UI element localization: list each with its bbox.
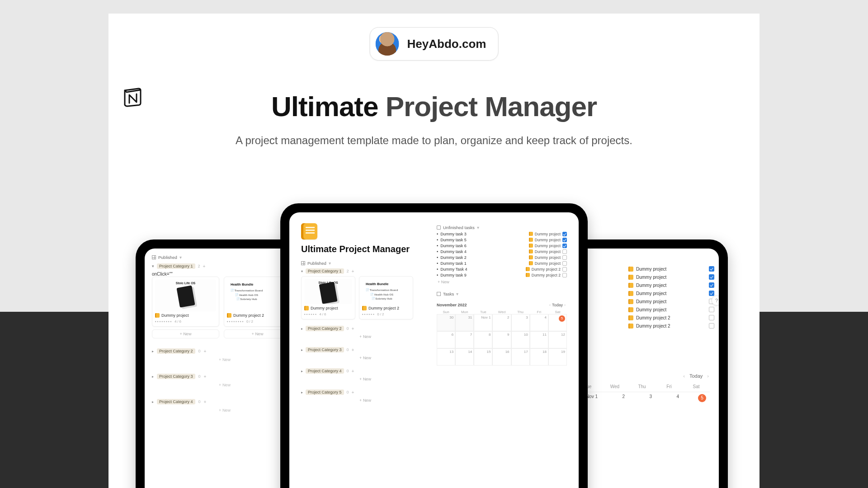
published-label: Published (307, 261, 326, 266)
add-icon[interactable]: + (352, 326, 354, 331)
task-row[interactable]: Dummy Task 4 Dummy project 2 (437, 266, 567, 272)
category-header[interactable]: ▸ Project Category 3 0 + (152, 374, 291, 379)
project-card[interactable]: Dummy project ▪▪▪▪▪▪ 4/6 (301, 276, 355, 319)
project-checkbox[interactable] (709, 307, 714, 312)
project-row[interactable]: Dummy project 2 (628, 314, 714, 322)
calendar-next[interactable]: › (563, 303, 567, 307)
category-header[interactable]: ▸ Project Category 3 0 + (301, 347, 423, 352)
calendar-cell[interactable]: 6 (437, 331, 455, 348)
project-checkbox[interactable] (709, 323, 714, 328)
calendar-cell[interactable]: Nov 1 (474, 314, 492, 331)
add-icon[interactable]: + (203, 264, 206, 269)
week-day-cell[interactable]: 2 (601, 392, 628, 416)
task-row[interactable]: Dummy task 9 Dummy project 2 (437, 272, 567, 278)
task-checkbox[interactable] (562, 244, 567, 248)
task-checkbox[interactable] (562, 255, 567, 260)
project-row[interactable]: Dummy project (628, 289, 714, 297)
new-task-button[interactable]: New (437, 278, 567, 286)
task-checkbox[interactable] (562, 232, 567, 236)
calendar-cell[interactable]: 11 (530, 331, 548, 348)
task-row[interactable]: Dummy task 5 Dummy project (437, 237, 567, 243)
project-checkbox[interactable] (709, 282, 714, 288)
task-checkbox[interactable] (562, 249, 567, 254)
task-row[interactable]: Dummy task 3 Dummy project (437, 231, 567, 237)
calendar-cell[interactable]: 17 (511, 348, 530, 366)
calendar-cell[interactable]: 18 (530, 348, 548, 366)
new-card-button[interactable]: New (152, 329, 219, 338)
calendar-cell[interactable]: 12 (548, 331, 567, 348)
add-icon[interactable]: + (352, 390, 354, 395)
calendar-cell[interactable]: 16 (492, 348, 511, 366)
calendar-cell[interactable]: 15 (474, 348, 492, 366)
project-row[interactable]: Dummy project (628, 281, 714, 289)
category-header[interactable]: ▸ Project Category 4 0 + (301, 368, 423, 374)
calendar-cell[interactable]: 10 (511, 331, 530, 348)
add-icon[interactable]: + (352, 369, 354, 374)
project-row[interactable]: Dummy project (628, 297, 714, 305)
calendar-prev[interactable]: ‹ (548, 303, 552, 307)
add-icon[interactable]: + (352, 347, 354, 352)
calendar-cell[interactable]: 8 (474, 331, 492, 348)
week-next[interactable]: › (707, 373, 709, 379)
published-view[interactable]: Published ▾ (301, 261, 423, 266)
new-card-button[interactable]: New (307, 354, 423, 362)
add-icon[interactable]: + (352, 269, 354, 274)
project-checkbox[interactable] (709, 315, 714, 320)
task-row[interactable]: Dummy task 4 Dummy project (437, 249, 567, 254)
week-day-cell[interactable]: 4 (656, 392, 683, 416)
notebook-icon (628, 275, 633, 280)
task-row[interactable]: Dummy task 6 Dummy project (437, 243, 567, 249)
category-header[interactable]: ▸ Project Category 2 0 + (301, 326, 423, 331)
week-day-cell[interactable]: 3 (628, 392, 656, 416)
help-button[interactable]: ? (712, 296, 719, 305)
project-row[interactable]: Dummy project 2 (628, 322, 714, 330)
project-row[interactable]: Dummy project (628, 265, 714, 273)
new-card-button[interactable]: New (307, 333, 423, 341)
task-checkbox[interactable] (562, 238, 567, 242)
project-checkbox[interactable] (709, 274, 714, 280)
calendar-cell[interactable]: 7 (455, 331, 474, 348)
calendar-cell[interactable]: 14 (455, 348, 474, 366)
tasks-calendar-view[interactable]: Tasks ▾ (437, 291, 567, 296)
profile-badge[interactable]: HeyAbdo.com (370, 27, 499, 61)
new-card-button[interactable]: New (158, 356, 291, 364)
calendar-cell[interactable]: 5 (548, 314, 567, 331)
project-row[interactable]: Dummy project (628, 273, 714, 281)
task-row[interactable]: Dummy task 1 Dummy project (437, 260, 567, 266)
task-checkbox[interactable] (562, 267, 567, 272)
calendar-cell[interactable]: 19 (548, 348, 567, 366)
published-view[interactable]: Published ▾ (152, 255, 291, 260)
unfinished-tasks-view[interactable]: Unfinished tasks ▾ (437, 225, 567, 230)
category-header[interactable]: ▸ Project Category 4 0 + (152, 399, 291, 404)
calendar-cell[interactable]: 30 (437, 314, 455, 331)
calendar-cell[interactable]: 9 (492, 331, 511, 348)
week-day-cell[interactable]: 5 (683, 392, 710, 416)
calendar-cell[interactable]: 31 (455, 314, 474, 331)
category-header[interactable]: ▸ Project Category 5 0 + (301, 389, 423, 395)
add-icon[interactable]: + (204, 349, 207, 354)
task-row[interactable]: Dummy task 2 Dummy project (437, 254, 567, 260)
add-icon[interactable]: + (204, 374, 207, 379)
calendar-cell[interactable]: 4 (530, 314, 548, 331)
calendar-cell[interactable]: 3 (511, 314, 530, 331)
project-checkbox[interactable] (709, 291, 714, 296)
project-card[interactable]: 📄 Transformation Board📄 Health Hub OS📄 S… (359, 276, 413, 319)
week-today-button[interactable]: Today (689, 373, 703, 379)
new-card-button[interactable]: New (307, 396, 423, 404)
calendar-cell[interactable]: 2 (492, 314, 511, 331)
project-row[interactable]: Dummy project (628, 305, 714, 314)
task-checkbox[interactable] (562, 261, 567, 266)
calendar-cell[interactable]: 13 (437, 348, 455, 366)
category-1-header[interactable]: ▾ Project Category 1 2 + (301, 268, 423, 274)
new-card-button[interactable]: New (158, 406, 291, 414)
week-prev[interactable]: ‹ (683, 373, 685, 379)
project-checkbox[interactable] (709, 266, 714, 272)
new-card-button[interactable]: New (307, 375, 423, 383)
new-card-button[interactable]: New (158, 381, 291, 389)
category-header[interactable]: ▸ Project Category 2 0 + (152, 348, 291, 354)
task-checkbox[interactable] (562, 273, 567, 277)
project-card[interactable]: Dummy project ▪▪▪▪▪▪▪▪ 4/6 (152, 277, 219, 327)
add-icon[interactable]: + (204, 399, 207, 404)
calendar-today-button[interactable]: Today (552, 303, 563, 307)
category-1-header[interactable]: ▾ Project Category 1 2 + (152, 263, 291, 269)
